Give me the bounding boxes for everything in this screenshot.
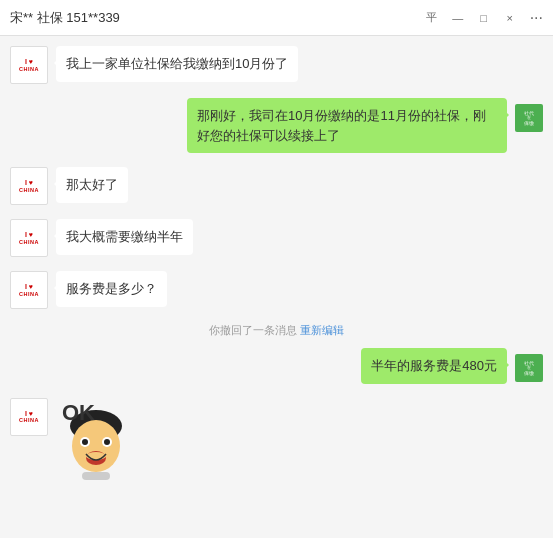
chat-area: I ♥ CHINA 我上一家单位社保给我缴纳到10月份了 社代 在 保缴 那刚好… bbox=[0, 36, 553, 538]
badge-icon: 社代 在 保缴 bbox=[515, 104, 543, 132]
minimize-button[interactable]: — bbox=[446, 6, 470, 30]
badge-area: 社代 在 保缴 bbox=[515, 104, 543, 132]
maximize-button[interactable]: □ bbox=[472, 6, 496, 30]
svg-rect-8 bbox=[82, 472, 110, 480]
message-row: I ♥ CHINA 我上一家单位社保给我缴纳到10月份了 bbox=[10, 46, 543, 84]
title-bar: 宋** 社保 151**339 平 — □ × ··· bbox=[0, 0, 553, 36]
message-bubble: 那刚好，我司在10月份缴纳的是11月份的社保，刚好您的社保可以续接上了 bbox=[187, 98, 507, 153]
avatar: I ♥ CHINA bbox=[10, 219, 48, 257]
message-row: 社代 在 保缴 那刚好，我司在10月份缴纳的是11月份的社保，刚好您的社保可以续… bbox=[10, 98, 543, 153]
message-row: I ♥ CHINA 那太好了 bbox=[10, 167, 543, 205]
chat-title: 宋** 社保 151**339 bbox=[10, 9, 420, 27]
badge-icon: 社代 在 保缴 bbox=[515, 354, 543, 382]
message-row: I ♥ CHINA 服务费是多少？ bbox=[10, 271, 543, 309]
badge-area: 社代 在 保缴 bbox=[515, 354, 543, 382]
more-button[interactable]: ··· bbox=[530, 9, 543, 27]
message-row: I ♥ CHINA OK bbox=[10, 398, 543, 482]
message-bubble: 那太好了 bbox=[56, 167, 128, 203]
message-bubble: 我上一家单位社保给我缴纳到10月份了 bbox=[56, 46, 298, 82]
message-bubble: 半年的服务费是480元 bbox=[361, 348, 507, 384]
svg-point-7 bbox=[86, 452, 106, 460]
avatar: I ♥ CHINA bbox=[10, 271, 48, 309]
pin-button[interactable]: 平 bbox=[420, 6, 444, 30]
sticker: OK bbox=[56, 400, 136, 480]
message-bubble: 服务费是多少？ bbox=[56, 271, 167, 307]
avatar: I ♥ CHINA bbox=[10, 398, 48, 436]
rewrite-link[interactable]: 重新编辑 bbox=[300, 324, 344, 336]
sticker-ok-label: OK bbox=[62, 400, 95, 426]
svg-point-5 bbox=[104, 439, 110, 445]
system-notice: 你撤回了一条消息 重新编辑 bbox=[10, 323, 543, 338]
message-row: I ♥ CHINA 我大概需要缴纳半年 bbox=[10, 219, 543, 257]
avatar: I ♥ CHINA bbox=[10, 46, 48, 84]
message-row: 社代 在 保缴 半年的服务费是480元 bbox=[10, 348, 543, 384]
avatar: I ♥ CHINA bbox=[10, 167, 48, 205]
message-bubble: 我大概需要缴纳半年 bbox=[56, 219, 193, 255]
close-button[interactable]: × bbox=[498, 6, 522, 30]
window-controls: 平 — □ × ··· bbox=[420, 6, 543, 30]
svg-point-4 bbox=[82, 439, 88, 445]
